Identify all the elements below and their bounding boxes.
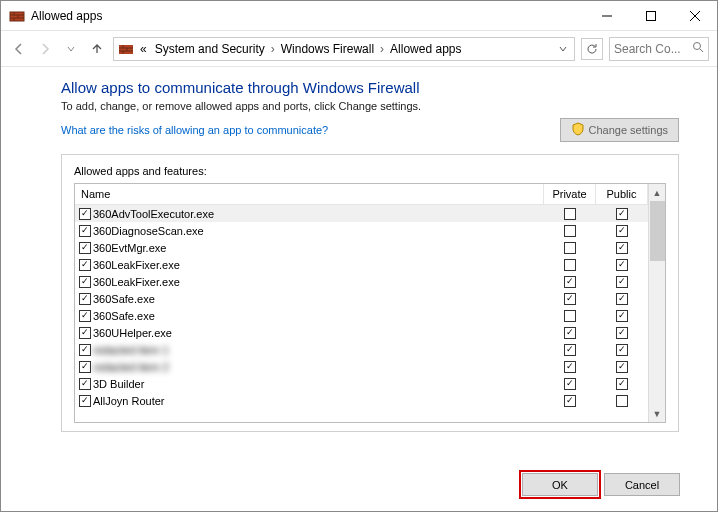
breadcrumb-item[interactable]: Allowed apps xyxy=(388,42,463,56)
public-checkbox[interactable] xyxy=(616,361,628,373)
private-checkbox[interactable] xyxy=(564,310,576,322)
close-button[interactable] xyxy=(673,1,717,31)
svg-line-4 xyxy=(690,11,700,21)
enabled-checkbox[interactable] xyxy=(79,310,91,322)
private-checkbox[interactable] xyxy=(564,242,576,254)
app-name: 360Safe.exe xyxy=(93,310,155,322)
app-name: 360UHelper.exe xyxy=(93,327,172,339)
public-checkbox[interactable] xyxy=(616,327,628,339)
private-checkbox[interactable] xyxy=(564,259,576,271)
back-button[interactable] xyxy=(9,39,29,59)
private-checkbox[interactable] xyxy=(564,344,576,356)
search-input[interactable]: Search Co... xyxy=(609,37,709,61)
app-name: 360AdvToolExecutor.exe xyxy=(93,208,214,220)
breadcrumb-prefix[interactable]: « xyxy=(138,42,149,56)
address-bar[interactable]: « System and Security › Windows Firewall… xyxy=(113,37,575,61)
public-checkbox[interactable] xyxy=(616,344,628,356)
enabled-checkbox[interactable] xyxy=(79,242,91,254)
enabled-checkbox[interactable] xyxy=(79,344,91,356)
chevron-right-icon: › xyxy=(271,42,275,56)
table-row[interactable]: 3D Builder xyxy=(75,375,648,392)
public-checkbox[interactable] xyxy=(616,259,628,271)
table-row[interactable]: redacted item 2 xyxy=(75,358,648,375)
column-public[interactable]: Public xyxy=(596,184,648,204)
svg-rect-0 xyxy=(10,12,24,21)
app-name: 360Safe.exe xyxy=(93,293,155,305)
svg-line-8 xyxy=(700,49,703,52)
app-name: 360LeakFixer.exe xyxy=(93,276,180,288)
enabled-checkbox[interactable] xyxy=(79,378,91,390)
window-title: Allowed apps xyxy=(31,9,585,23)
scroll-thumb[interactable] xyxy=(650,201,665,261)
private-checkbox[interactable] xyxy=(564,208,576,220)
apps-list: Name Private Public 360AdvToolExecutor.e… xyxy=(74,183,666,423)
chevron-right-icon: › xyxy=(380,42,384,56)
minimize-button[interactable] xyxy=(585,1,629,31)
firewall-icon xyxy=(9,8,25,24)
table-row[interactable]: AllJoyn Router xyxy=(75,392,648,409)
public-checkbox[interactable] xyxy=(616,276,628,288)
shield-icon xyxy=(571,122,585,138)
recent-dropdown[interactable] xyxy=(61,39,81,59)
private-checkbox[interactable] xyxy=(564,293,576,305)
private-checkbox[interactable] xyxy=(564,327,576,339)
page-title: Allow apps to communicate through Window… xyxy=(61,79,679,96)
public-checkbox[interactable] xyxy=(616,208,628,220)
public-checkbox[interactable] xyxy=(616,225,628,237)
table-row[interactable]: 360UHelper.exe xyxy=(75,324,648,341)
list-header: Name Private Public xyxy=(75,184,648,205)
column-name[interactable]: Name xyxy=(75,184,544,204)
svg-point-7 xyxy=(694,43,701,50)
maximize-button[interactable] xyxy=(629,1,673,31)
table-row[interactable]: 360Safe.exe xyxy=(75,290,648,307)
firewall-icon xyxy=(118,41,134,57)
enabled-checkbox[interactable] xyxy=(79,259,91,271)
change-settings-button[interactable]: Change settings xyxy=(560,118,680,142)
private-checkbox[interactable] xyxy=(564,361,576,373)
address-dropdown[interactable] xyxy=(556,44,570,54)
table-row[interactable]: 360DiagnoseScan.exe xyxy=(75,222,648,239)
table-row[interactable]: 360EvtMgr.exe xyxy=(75,239,648,256)
table-row[interactable]: 360Safe.exe xyxy=(75,307,648,324)
table-row[interactable]: 360LeakFixer.exe xyxy=(75,273,648,290)
private-checkbox[interactable] xyxy=(564,276,576,288)
search-icon xyxy=(692,41,704,56)
public-checkbox[interactable] xyxy=(616,378,628,390)
breadcrumb-item[interactable]: Windows Firewall xyxy=(279,42,376,56)
app-name: 360DiagnoseScan.exe xyxy=(93,225,204,237)
scroll-down-button[interactable]: ▼ xyxy=(650,405,665,422)
ok-button[interactable]: OK xyxy=(522,473,598,496)
app-name: 360EvtMgr.exe xyxy=(93,242,166,254)
table-row[interactable]: redacted item 1 xyxy=(75,341,648,358)
column-private[interactable]: Private xyxy=(544,184,596,204)
cancel-button[interactable]: Cancel xyxy=(604,473,680,496)
risks-link[interactable]: What are the risks of allowing an app to… xyxy=(61,124,328,136)
enabled-checkbox[interactable] xyxy=(79,208,91,220)
up-button[interactable] xyxy=(87,39,107,59)
public-checkbox[interactable] xyxy=(616,242,628,254)
enabled-checkbox[interactable] xyxy=(79,395,91,407)
scrollbar[interactable]: ▲ ▼ xyxy=(648,184,665,422)
private-checkbox[interactable] xyxy=(564,225,576,237)
svg-rect-6 xyxy=(119,45,133,54)
public-checkbox[interactable] xyxy=(616,395,628,407)
table-row[interactable]: 360LeakFixer.exe xyxy=(75,256,648,273)
app-name: redacted item 2 xyxy=(93,361,169,373)
enabled-checkbox[interactable] xyxy=(79,361,91,373)
breadcrumb-item[interactable]: System and Security xyxy=(153,42,267,56)
forward-button[interactable] xyxy=(35,39,55,59)
enabled-checkbox[interactable] xyxy=(79,327,91,339)
enabled-checkbox[interactable] xyxy=(79,293,91,305)
scroll-up-button[interactable]: ▲ xyxy=(650,184,665,201)
navbar: « System and Security › Windows Firewall… xyxy=(1,31,717,67)
refresh-button[interactable] xyxy=(581,38,603,60)
app-name: 360LeakFixer.exe xyxy=(93,259,180,271)
enabled-checkbox[interactable] xyxy=(79,225,91,237)
enabled-checkbox[interactable] xyxy=(79,276,91,288)
private-checkbox[interactable] xyxy=(564,395,576,407)
table-row[interactable]: 360AdvToolExecutor.exe xyxy=(75,205,648,222)
public-checkbox[interactable] xyxy=(616,310,628,322)
group-label: Allowed apps and features: xyxy=(74,165,666,177)
private-checkbox[interactable] xyxy=(564,378,576,390)
public-checkbox[interactable] xyxy=(616,293,628,305)
